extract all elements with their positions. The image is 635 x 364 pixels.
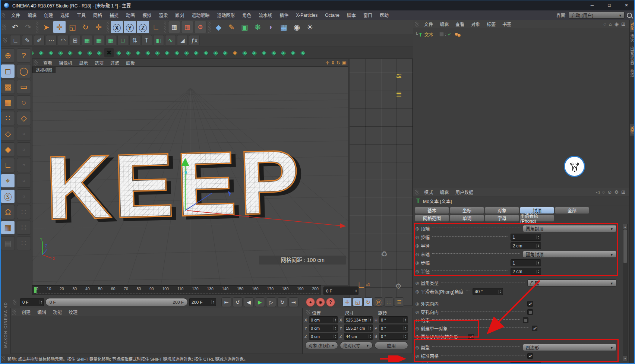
fillet-uvw-checkbox[interactable] (468, 334, 474, 339)
perspective-viewport[interactable]: 查看摄像机显示选项过滤面板 ✛⇕↻▣ 透视视图 (32, 59, 348, 285)
redo-icon[interactable]: ↷ (22, 21, 34, 33)
spinner-arrows-icon[interactable] (354, 289, 358, 293)
toggle-view-icon[interactable]: ▣ (342, 60, 347, 66)
text-tool-icon[interactable]: T (141, 35, 152, 46)
mograph-node-icon[interactable]: ◈ (95, 48, 104, 57)
rotation-field[interactable]: 0 ° (379, 316, 408, 323)
坐标[interactable]: 坐标 (450, 207, 484, 214)
rotation-field[interactable]: 0 ° (379, 333, 408, 340)
minimize-button[interactable]: ─ (584, 0, 601, 10)
对象[interactable]: 对象 (485, 207, 519, 214)
material-menu-item[interactable]: 编辑 (34, 309, 50, 315)
spinner-arrows-icon[interactable] (536, 270, 541, 273)
基本[interactable]: 基本 (415, 207, 449, 214)
spinner-arrows-icon[interactable] (536, 244, 541, 248)
key-rotation-button[interactable]: ↻ (363, 297, 373, 307)
fx-icon[interactable]: ƒx (189, 35, 200, 46)
tag-cell[interactable] (455, 31, 461, 38)
layer-swatch[interactable] (439, 32, 444, 37)
wire-cube-b-icon[interactable]: ▦ (94, 35, 104, 46)
menu-item[interactable]: 渲染 (155, 12, 171, 18)
animation-dot-icon[interactable] (416, 252, 421, 257)
wire-cube-c-icon[interactable]: ▦ (105, 35, 116, 46)
pan-view-icon[interactable]: ✛ (325, 60, 329, 66)
animation-dot-icon[interactable] (416, 301, 421, 306)
object-name[interactable]: 文本 (424, 31, 433, 38)
menu-item[interactable]: 工具 (73, 12, 89, 18)
panel-grip[interactable] (1, 13, 5, 18)
viewport-menu-item[interactable]: 摄像机 (56, 60, 76, 66)
object-manager-menu-item[interactable]: 查看 (452, 21, 468, 27)
mograph-node-icon[interactable]: ◈ (172, 48, 181, 57)
字母[interactable]: 字母 (485, 215, 519, 222)
current-frame-marker[interactable] (34, 287, 37, 293)
phong-angle-spinner[interactable]: 40 ° (473, 288, 503, 295)
lock-workplane-icon[interactable]: ▦ (1, 221, 15, 235)
scroll-up-icon[interactable]: ▲ (623, 224, 627, 229)
object-manager-menu-item[interactable]: 标签 (483, 21, 499, 27)
attributes-scrollbar[interactable]: ▲ ▼ (623, 224, 628, 361)
mograph-tag-icon[interactable] (458, 34, 461, 37)
mograph-node-icon[interactable]: ◈ (46, 48, 56, 57)
spinner-arrows-icon[interactable] (403, 326, 408, 330)
viewport-view-label[interactable]: 透视视图 (32, 67, 56, 73)
animation-dot-icon[interactable] (416, 345, 421, 350)
close-button[interactable]: ✕ (618, 0, 635, 10)
green-cube-icon[interactable]: ◧ (153, 35, 164, 46)
mograph-node-icon[interactable]: ◈ (85, 48, 94, 57)
keyframe-selection-button[interactable]: ? (326, 298, 335, 307)
sketch-pen-icon[interactable]: ✐ (34, 35, 45, 46)
mograph-node-icon[interactable]: ◈ (298, 48, 307, 57)
menu-item[interactable]: 脚本 (343, 12, 360, 18)
mograph-node-icon[interactable]: ◈ (250, 48, 259, 57)
object-manager-menu-item[interactable]: 书签 (499, 21, 515, 27)
magnet-snap-icon[interactable]: Ω (1, 205, 15, 219)
scale-tool-icon[interactable]: ◱ (66, 21, 79, 33)
interface-select[interactable]: 启动 (用户) (569, 12, 625, 19)
frame-end-field[interactable]: 200 F (189, 298, 216, 306)
toolbar-grip[interactable] (3, 38, 7, 43)
search-icon[interactable]: ◌ (603, 21, 606, 27)
deformer-icon[interactable]: ◗ (265, 21, 277, 33)
panel-grip[interactable] (13, 300, 16, 305)
material-manager[interactable]: 创建编辑功能纹理 (10, 308, 303, 354)
viewport-menu-item[interactable]: 选项 (91, 60, 107, 66)
spinner-arrows-icon[interactable] (403, 318, 408, 322)
mograph-node-icon[interactable]: ◈ (182, 48, 191, 57)
goto-start-button[interactable]: ⇤ (221, 297, 231, 307)
object-manager-menu-item[interactable]: 编辑 (436, 21, 452, 27)
disabled-tool-icon[interactable]: ▫ (17, 142, 31, 156)
timeline-menu-button[interactable]: ☰ (395, 297, 404, 307)
fillet-type-select[interactable]: 凸起 (527, 279, 617, 287)
mograph-node-dark-icon[interactable]: ✖ (104, 48, 114, 57)
cube-outline-icon[interactable]: □ (117, 35, 128, 46)
help-icon[interactable]: ? (17, 48, 31, 63)
全部[interactable]: 全部 (555, 207, 589, 214)
add-cube-icon[interactable]: ◆ (212, 21, 225, 33)
autokey-button[interactable]: ◉ (316, 298, 325, 307)
filter-icon[interactable]: ◅ (596, 189, 600, 195)
scroll-down-icon[interactable]: ▼ (623, 356, 627, 361)
mograph-node-icon[interactable]: ◈ (221, 48, 230, 57)
axis-mode-icon[interactable]: ∟ (1, 158, 15, 172)
spinner-arrows-icon[interactable] (211, 300, 216, 304)
viewport-menu-item[interactable]: 显示 (76, 60, 91, 66)
lock-y-icon[interactable]: Ⓨ (124, 21, 136, 33)
平滑着色(Phong)[interactable]: 平滑着色(Phong) (520, 215, 554, 222)
edges-mode-icon[interactable]: ◇ (1, 127, 15, 141)
animation-dot-icon[interactable] (416, 269, 421, 274)
model-mode-icon[interactable]: ◻ (1, 64, 15, 78)
mograph-icon[interactable]: ❋ (252, 21, 264, 33)
mograph-node-icon[interactable]: ◈ (201, 48, 211, 57)
mograph-node-icon[interactable]: ◈ (37, 48, 46, 57)
lock-x-icon[interactable]: Ⓧ (111, 21, 123, 33)
current-frame-field[interactable]: 0 F (323, 287, 358, 295)
polygons-mode-icon[interactable]: ◆ (1, 142, 15, 156)
render-settings-icon[interactable]: ⚙ (194, 21, 206, 33)
viewport-menu-item[interactable]: 过滤 (107, 60, 123, 66)
floor-icon[interactable]: ▦ (278, 21, 290, 33)
hole-inward-checkbox[interactable] (527, 309, 533, 315)
frame-start-field[interactable]: 0 F (20, 298, 44, 306)
panel-grip[interactable] (34, 60, 38, 66)
workplane-mode-icon[interactable]: ▦ (1, 95, 15, 110)
